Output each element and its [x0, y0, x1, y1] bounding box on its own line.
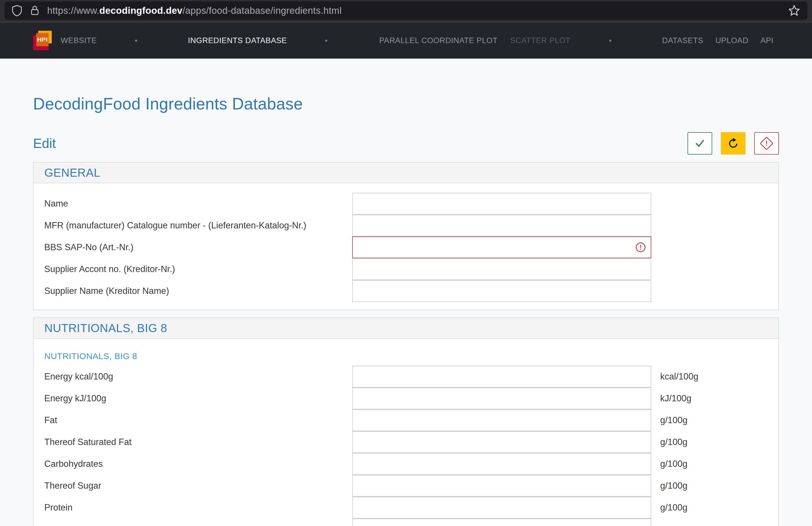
page-content: DecodingFood Ingredients Database Edit — [0, 94, 812, 526]
next-field-input-partial[interactable] — [352, 519, 651, 526]
field-label: Protein — [44, 502, 72, 513]
carbohydrates-input[interactable] — [352, 453, 651, 475]
field-label: Name — [44, 198, 68, 209]
field-unit: g/100g — [660, 415, 687, 425]
bbs-sap-no-input[interactable] — [352, 237, 651, 258]
nav-item-website[interactable]: WEBSITE — [61, 36, 97, 45]
field-row-supplier-name: Supplier Name (Kreditor Name) — [34, 280, 778, 302]
field-error-icon: ! — [636, 242, 646, 252]
warning-exclamation: ! — [765, 140, 768, 147]
field-row-partial — [34, 519, 778, 526]
page-title: DecodingFood Ingredients Database — [33, 94, 779, 113]
field-row-carbohydrates: Carbohydrates g/100g — [34, 453, 778, 475]
error-exclamation: ! — [639, 244, 642, 251]
field-unit: g/100g — [660, 459, 687, 469]
sugar-input[interactable] — [352, 475, 651, 497]
field-row-mfr-catalogue: MFR (manufacturer) Catalogue number - (L… — [34, 215, 778, 237]
warning-diamond-icon: ! — [760, 136, 773, 150]
field-label: Energy kcal/100g — [44, 372, 113, 382]
name-input[interactable] — [352, 193, 651, 215]
lock-icon[interactable] — [30, 4, 40, 17]
protein-input[interactable] — [352, 497, 651, 519]
url-text: https://www.decodingfood.dev/apps/food-d… — [47, 5, 342, 16]
hpi-logo-orange-square: HPI — [36, 33, 48, 46]
field-label: Energy kJ/100g — [44, 393, 106, 404]
supplier-account-input[interactable] — [352, 258, 651, 280]
field-label: Fat — [44, 415, 57, 425]
section-general: GENERAL Name MFR (manufacturer) Catalogu… — [33, 162, 779, 310]
browser-toolbar: https://www.decodingfood.dev/apps/food-d… — [0, 0, 812, 22]
error-button[interactable]: ! — [754, 132, 779, 154]
nutritionals-subheading: NUTRITIONALS, BIG 8 — [44, 351, 778, 361]
field-unit: kJ/100g — [660, 393, 692, 404]
section-nutritionals-header: NUTRITIONALS, BIG 8 — [34, 318, 778, 339]
nav-item-upload[interactable]: UPLOAD — [715, 36, 749, 45]
reset-button[interactable] — [721, 132, 745, 154]
nav-separator-dot: • — [609, 36, 612, 45]
section-general-body: Name MFR (manufacturer) Catalogue number… — [34, 183, 778, 310]
field-unit: kcal/100g — [660, 372, 698, 382]
nav-item-ingredients-database[interactable]: INGREDIENTS DATABASE — [188, 36, 287, 45]
field-label: Carbohydrates — [44, 459, 103, 469]
check-icon — [694, 137, 706, 150]
refresh-icon — [727, 137, 740, 150]
field-unit: g/100g — [660, 502, 687, 513]
nav-separator-dot: • — [325, 36, 328, 45]
energy-kj-input[interactable] — [352, 388, 651, 409]
field-row-saturated-fat: Thereof Saturated Fat g/100g — [34, 431, 778, 453]
nav-item-scatter-plot[interactable]: SCATTER PLOT — [510, 36, 570, 45]
saturated-fat-input[interactable] — [352, 431, 651, 453]
field-label: Supplier Name (Kreditor Name) — [44, 286, 169, 296]
section-nutritionals-body: NUTRITIONALS, BIG 8 Energy kcal/100g kca… — [34, 351, 778, 526]
field-row-name: Name — [34, 193, 778, 215]
edit-toolbar: ! — [687, 132, 779, 154]
supplier-name-input[interactable] — [352, 280, 651, 302]
field-row-energy-kcal: Energy kcal/100g kcal/100g — [34, 366, 778, 388]
edit-header-row: Edit ! — [33, 132, 779, 154]
nav-item-api[interactable]: API — [760, 36, 773, 45]
nav-item-datasets[interactable]: DATASETS — [662, 36, 703, 45]
field-label: Thereof Saturated Fat — [44, 437, 131, 447]
confirm-button[interactable] — [687, 132, 712, 154]
hpi-logo[interactable]: HPI — [33, 31, 52, 50]
url-bar[interactable]: https://www.decodingfood.dev/apps/food-d… — [4, 1, 808, 20]
field-row-protein: Protein g/100g — [34, 497, 778, 519]
field-row-supplier-account: Supplier Accont no. (Kreditor-Nr.) — [34, 258, 778, 280]
field-row-bbs-sap-no: BBS SAP-No (Art.-Nr.) ! — [34, 237, 778, 258]
field-unit: g/100g — [660, 481, 687, 491]
field-row-sugar: Thereof Sugar g/100g — [34, 475, 778, 497]
field-row-fat: Fat g/100g — [34, 409, 778, 431]
fat-input[interactable] — [352, 409, 651, 431]
mfr-catalogue-input[interactable] — [352, 215, 651, 237]
field-label: BBS SAP-No (Art.-Nr.) — [44, 242, 133, 253]
field-unit: g/100g — [660, 437, 687, 447]
nav-item-parallel-coordinate-plot[interactable]: PARALLEL COORDINATE PLOT — [379, 36, 498, 45]
edit-heading: Edit — [33, 136, 56, 151]
section-general-header: GENERAL — [34, 163, 778, 183]
hpi-logo-text: HPI — [37, 36, 48, 43]
energy-kcal-input[interactable] — [352, 366, 651, 388]
nav-separator-dot: • — [135, 36, 137, 45]
field-label: Supplier Accont no. (Kreditor-Nr.) — [44, 264, 175, 274]
field-row-energy-kj: Energy kJ/100g kJ/100g — [34, 388, 778, 409]
field-label: Thereof Sugar — [44, 481, 101, 491]
section-nutritionals: NUTRITIONALS, BIG 8 NUTRITIONALS, BIG 8 … — [33, 317, 779, 526]
tracking-shield-icon[interactable] — [12, 4, 23, 17]
app-navbar: HPI WEBSITE • INGREDIENTS DATABASE • PAR… — [0, 22, 812, 59]
bookmark-star-icon[interactable] — [788, 4, 800, 17]
field-label: MFR (manufacturer) Catalogue number - (L… — [44, 220, 306, 231]
